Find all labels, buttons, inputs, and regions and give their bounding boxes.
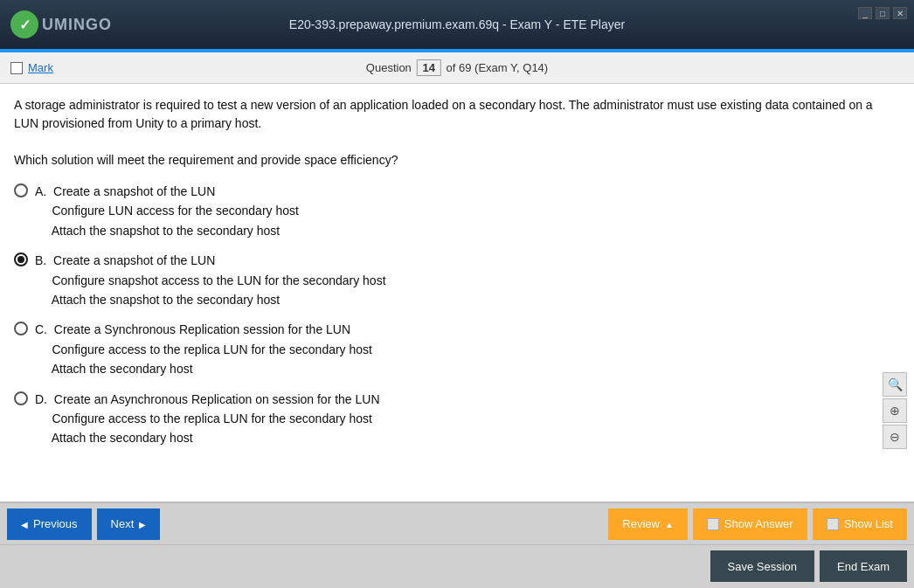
bottom-row-1: Previous Next Review Show Answer Show Li… [0, 503, 914, 545]
previous-label: Previous [33, 517, 78, 530]
next-arrow-icon [139, 517, 146, 530]
review-button[interactable]: Review [608, 508, 688, 540]
save-session-button[interactable]: Save Session [710, 550, 815, 582]
question-of: of 69 (Exam Y, Q14) [447, 61, 549, 74]
options-list: A. Create a snapshot of the LUN Configur… [14, 182, 900, 448]
option-c-label: C. [35, 322, 54, 336]
radio-c[interactable] [14, 322, 28, 336]
title-bar: ✓ UMINGO E20-393.prepaway.premium.exam.6… [0, 0, 914, 49]
zoom-in-button[interactable]: ⊕ [883, 398, 907, 423]
logo-icon: ✓ [10, 10, 38, 38]
logo: ✓ UMINGO [10, 10, 112, 38]
zoom-out-button[interactable]: ⊖ [883, 425, 907, 449]
radio-a[interactable] [14, 183, 28, 197]
option-d-label: D. [35, 392, 54, 406]
window-title: E20-393.prepaway.premium.exam.69q - Exam… [289, 17, 625, 31]
save-session-label: Save Session [728, 560, 798, 573]
search-tool-button[interactable]: 🔍 [883, 372, 907, 397]
side-tools: 🔍 ⊕ ⊖ [883, 372, 907, 449]
option-a-label: A. [35, 184, 53, 198]
option-b-label: B. [35, 253, 53, 267]
show-answer-button[interactable]: Show Answer [693, 508, 807, 540]
option-d[interactable]: D. Create an Asynchronous Replication on… [14, 390, 900, 448]
show-answer-label: Show Answer [724, 517, 793, 530]
next-button[interactable]: Next [97, 508, 161, 540]
mark-checkbox[interactable] [10, 62, 23, 74]
review-label: Review [622, 517, 660, 530]
minimize-button[interactable]: _ [858, 7, 872, 19]
option-c-text: C. Create a Synchronous Replication sess… [35, 320, 372, 378]
question-label: Question [366, 61, 412, 74]
radio-b[interactable] [14, 252, 28, 266]
end-exam-label: End Exam [837, 560, 890, 573]
option-a[interactable]: A. Create a snapshot of the LUN Configur… [14, 182, 900, 240]
question-info: Question 14 of 69 (Exam Y, Q14) [366, 59, 548, 76]
option-c[interactable]: C. Create a Synchronous Replication sess… [14, 320, 900, 378]
review-arrow-icon [665, 517, 674, 530]
question-number: 14 [416, 59, 440, 76]
previous-arrow-icon [21, 517, 28, 530]
mark-label[interactable]: Mark [28, 61, 53, 74]
bottom-row-2: Save Session End Exam [0, 545, 914, 587]
end-exam-button[interactable]: End Exam [820, 550, 907, 582]
radio-d[interactable] [14, 391, 28, 405]
main-content: A storage administrator is required to t… [0, 84, 914, 502]
show-list-label: Show List [844, 517, 893, 530]
show-list-checkbox-icon [827, 518, 839, 530]
question-text-2: Which solution will meet the requirement… [14, 151, 900, 169]
option-a-text: A. Create a snapshot of the LUN Configur… [35, 182, 299, 240]
bottom-bar: Previous Next Review Show Answer Show Li… [0, 502, 914, 588]
question-body: A storage administrator is required to t… [14, 96, 900, 169]
logo-text: UMINGO [42, 16, 112, 34]
next-label: Next [111, 517, 135, 530]
option-b[interactable]: B. Create a snapshot of the LUN Configur… [14, 251, 900, 309]
window-controls: _ □ ✕ [858, 7, 907, 19]
close-button[interactable]: ✕ [893, 7, 907, 19]
toolbar: Mark Question 14 of 69 (Exam Y, Q14) [0, 52, 914, 84]
toolbar-inner: Mark Question 14 of 69 (Exam Y, Q14) [10, 52, 904, 84]
option-d-text: D. Create an Asynchronous Replication on… [35, 390, 380, 448]
show-answer-checkbox-icon [707, 518, 719, 530]
option-b-text: B. Create a snapshot of the LUN Configur… [35, 251, 386, 309]
previous-button[interactable]: Previous [7, 508, 92, 540]
show-list-button[interactable]: Show List [813, 508, 907, 540]
maximize-button[interactable]: □ [876, 7, 890, 19]
question-text-1: A storage administrator is required to t… [14, 96, 900, 133]
